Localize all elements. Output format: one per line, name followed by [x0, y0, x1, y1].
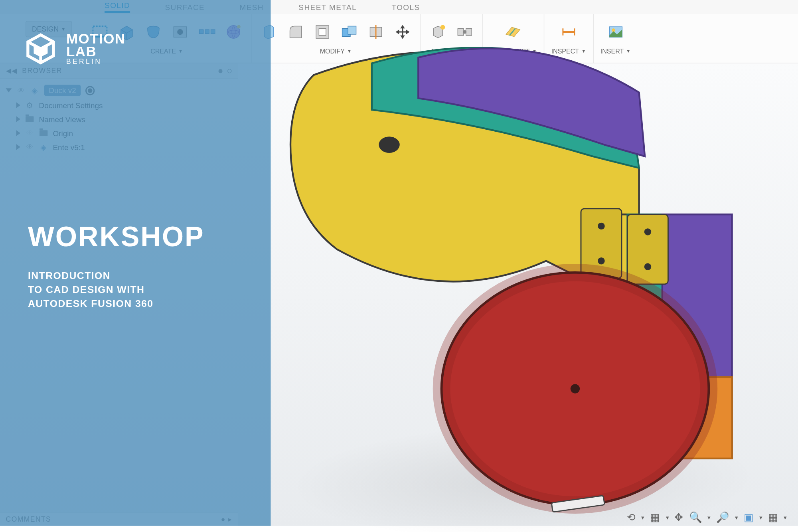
orbit-icon[interactable]: ⟲ — [627, 511, 636, 524]
workshop-text: WORKSHOP INTRODUCTION TO CAD DESIGN WITH… — [28, 221, 205, 310]
svg-rect-30 — [627, 214, 668, 284]
svg-point-28 — [598, 223, 604, 229]
tab-tools[interactable]: TOOLS — [391, 3, 420, 12]
insert-icon[interactable] — [605, 22, 626, 42]
logo-line3: BERLIN — [66, 59, 126, 65]
svg-point-32 — [644, 263, 651, 270]
svg-point-25 — [379, 136, 399, 153]
zoom-icon[interactable]: 🔍 — [689, 511, 702, 524]
duck-model — [267, 40, 790, 532]
look-icon[interactable]: ▦ — [650, 511, 660, 524]
motionlab-logo: MOTION LAB BERLIN — [23, 32, 125, 66]
svg-rect-11 — [319, 28, 326, 35]
svg-point-16 — [440, 25, 445, 30]
measure-icon[interactable] — [558, 22, 579, 42]
combine-icon[interactable] — [339, 22, 359, 42]
svg-point-31 — [644, 228, 651, 235]
svg-point-35 — [571, 384, 580, 393]
new-component-icon[interactable] — [428, 22, 448, 42]
fusion360-app: SOLID SURFACE MESH SHEET METAL TOOLS DES… — [0, 0, 798, 526]
grid-icon[interactable]: ▦ — [768, 511, 778, 524]
svg-point-19 — [463, 30, 466, 34]
split-icon[interactable] — [365, 22, 386, 42]
pan-icon[interactable]: ✥ — [674, 511, 683, 524]
joint-icon[interactable] — [454, 22, 475, 42]
move-icon[interactable] — [392, 22, 413, 42]
nav-toolbar: ⟲▾ ▦▾ ✥ 🔍▾ 🔎▾ ▣▾ ▦▾ — [627, 511, 786, 524]
logo-line2: LAB — [66, 45, 126, 59]
workshop-heading: WORKSHOP — [28, 221, 205, 253]
workshop-subtitle: INTRODUCTION TO CAD DESIGN WITH AUTODESK… — [28, 269, 205, 310]
svg-point-29 — [598, 257, 604, 264]
plane-icon[interactable] — [503, 22, 523, 42]
shell-icon[interactable] — [312, 22, 333, 42]
tab-sheetmetal[interactable]: SHEET METAL — [298, 3, 357, 12]
svg-rect-18 — [466, 28, 472, 35]
promo-overlay: MOTION LAB BERLIN WORKSHOP INTRODUCTION … — [0, 0, 271, 526]
svg-rect-17 — [458, 28, 464, 35]
display-icon[interactable]: ▣ — [744, 511, 754, 524]
fillet-icon[interactable] — [285, 22, 306, 42]
svg-rect-13 — [348, 26, 356, 34]
fit-icon[interactable]: 🔎 — [716, 511, 729, 524]
logo-icon — [23, 32, 58, 66]
